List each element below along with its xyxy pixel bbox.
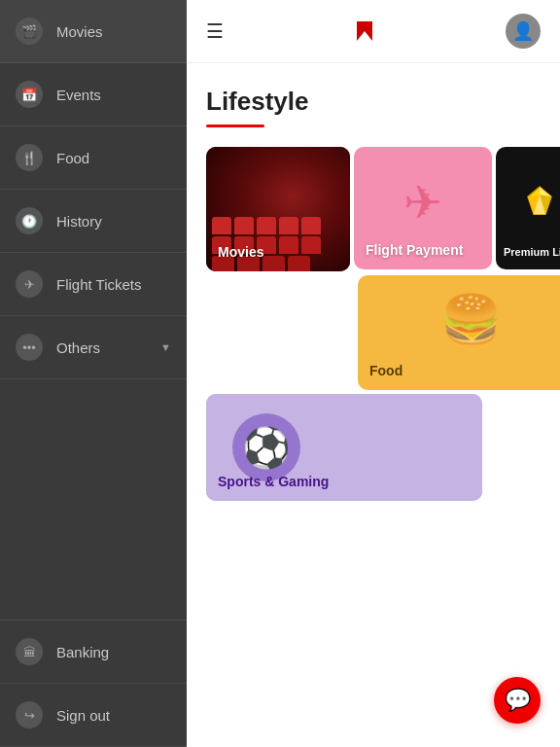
sidebar-item-history[interactable]: 🕐 History	[0, 190, 187, 253]
sign-out-icon: ↪	[16, 701, 43, 729]
tiles-row-3: ⚽ Sports & Gaming	[206, 394, 541, 501]
page-title: Lifestyle	[206, 87, 541, 117]
sidebar-item-label: Movies	[56, 23, 103, 40]
tile-sports-gaming[interactable]: ⚽ Sports & Gaming	[206, 394, 482, 501]
events-icon: 📅	[16, 81, 43, 108]
movies-icon: 🎬	[16, 18, 43, 45]
sidebar-item-label: Flight Tickets	[56, 276, 142, 293]
chevron-down-icon: ▼	[160, 341, 171, 353]
soccer-ball-icon: ⚽	[232, 413, 300, 481]
sidebar-item-label: Events	[56, 87, 101, 103]
others-icon: •••	[16, 334, 43, 361]
tile-premium-lifestyle[interactable]: Premium Li...	[496, 147, 560, 269]
tile-sports-label: Sports & Gaming	[218, 474, 329, 489]
sidebar: 🎬 Movies 📅 Events 🍴 Food 🕐 History ✈ Fli…	[0, 0, 187, 747]
tiles-container: Movies ✈ Flight Payment	[206, 147, 541, 501]
tile-food[interactable]: 🍔 Food	[358, 275, 560, 390]
tiles-row-1: Movies ✈ Flight Payment	[206, 147, 541, 271]
sidebar-item-movies[interactable]: 🎬 Movies	[0, 0, 187, 63]
sidebar-item-label: History	[56, 213, 102, 230]
page-content: Lifestyle	[187, 63, 560, 747]
flight-plane-icon: ✈	[403, 175, 442, 230]
gem-icon	[522, 183, 557, 225]
history-icon: 🕐	[16, 207, 43, 234]
sidebar-bottom: 🏛 Banking ↪ Sign out	[0, 620, 187, 747]
flight-icon: ✈	[16, 270, 43, 298]
tile-food-label: Food	[369, 363, 402, 378]
tile-movies-label: Movies	[218, 244, 263, 260]
brand-logo	[351, 18, 378, 45]
sidebar-item-label: Banking	[56, 644, 109, 660]
svg-marker-0	[357, 21, 372, 41]
menu-icon[interactable]: ☰	[206, 19, 224, 43]
sidebar-item-label: Others	[56, 339, 100, 356]
food-icon: 🍴	[16, 144, 43, 171]
sidebar-item-events[interactable]: 📅 Events	[0, 63, 187, 126]
chat-icon: 💬	[505, 688, 531, 713]
title-underline	[206, 124, 264, 127]
tile-movies[interactable]: Movies	[206, 147, 350, 271]
burger-icon: 🍔	[439, 292, 503, 351]
sidebar-item-others[interactable]: ••• Others ▼	[0, 316, 187, 379]
banking-icon: 🏛	[16, 638, 43, 665]
sidebar-item-food[interactable]: 🍴 Food	[0, 126, 187, 190]
avatar[interactable]: 👤	[506, 14, 541, 49]
tile-flight-payment[interactable]: ✈ Flight Payment	[354, 147, 492, 269]
sidebar-item-label: Food	[56, 150, 89, 166]
tiles-row-2: 🍔 Food	[206, 275, 541, 390]
sidebar-item-banking[interactable]: 🏛 Banking	[0, 621, 187, 684]
tile-flight-label: Flight Payment	[366, 242, 463, 258]
tile-premium-label: Premium Li...	[504, 246, 560, 258]
logo	[235, 18, 494, 45]
topbar: ☰ 👤	[187, 0, 560, 63]
sidebar-item-sign-out[interactable]: ↪ Sign out	[0, 684, 187, 747]
main-content: ☰ 👤 Lifestyle	[187, 0, 560, 747]
sidebar-item-label: Sign out	[56, 707, 110, 724]
sidebar-item-flight-tickets[interactable]: ✈ Flight Tickets	[0, 253, 187, 316]
chat-fab-button[interactable]: 💬	[494, 677, 541, 724]
